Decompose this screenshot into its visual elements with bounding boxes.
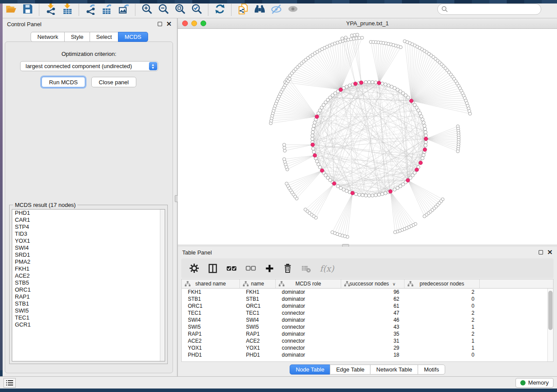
- criterion-select[interactable]: largest connected component (undirected)…: [20, 61, 158, 71]
- tab-select[interactable]: Select: [90, 32, 118, 42]
- criterion-value: largest connected component (undirected): [26, 63, 132, 69]
- tab-motifs[interactable]: Motifs: [418, 364, 445, 375]
- mcds-result-list[interactable]: PHD1CAR1STP4TID3YOX1SWI4SRD1PMA2FKH1ACE2…: [12, 209, 165, 361]
- mcds-result-item[interactable]: STB5: [12, 279, 165, 286]
- mcds-result-item[interactable]: PHD1: [12, 210, 165, 217]
- cell-predecessor-nodes: 0: [405, 352, 480, 358]
- mcds-result-item[interactable]: SRD1: [12, 251, 165, 258]
- table-row[interactable]: ORC1ORC1dominator610: [182, 303, 553, 309]
- network-graph[interactable]: [178, 29, 557, 244]
- column-header-MCDS-role[interactable]: MCDS role: [276, 279, 341, 288]
- close-panel-icon[interactable]: ✕: [166, 22, 172, 26]
- mcds-result-item[interactable]: RAP1: [12, 293, 165, 300]
- cell-successor-nodes: 46: [341, 317, 405, 323]
- search-input[interactable]: [437, 3, 541, 15]
- cell-MCDS-role: connector: [276, 338, 341, 344]
- import-network-icon: [45, 3, 57, 15]
- float-table-panel-icon[interactable]: [539, 250, 543, 254]
- network-canvas[interactable]: [178, 29, 557, 244]
- table-tabs: Node TableEdge TableNetwork TableMotifs: [178, 364, 557, 375]
- table-panel: Table Panel ✕: [178, 247, 557, 376]
- mcds-result-item[interactable]: TID3: [12, 230, 165, 237]
- task-history-button[interactable]: [3, 378, 16, 388]
- memory-button[interactable]: Memory: [515, 378, 554, 388]
- mcds-result-item[interactable]: GCR1: [12, 321, 165, 328]
- mcds-result-item[interactable]: ACE2: [12, 272, 165, 279]
- table-row[interactable]: TEC1TEC1connector472: [182, 309, 553, 316]
- float-panel-icon[interactable]: [158, 22, 162, 26]
- mcds-result-item[interactable]: TEC1: [12, 314, 165, 321]
- tab-node-table[interactable]: Node Table: [290, 364, 331, 375]
- column-header-predecessor-nodes[interactable]: predecessor nodes: [405, 279, 480, 288]
- columns-icon: [208, 264, 218, 273]
- deselect-all-button[interactable]: [246, 264, 256, 273]
- delete-column-button[interactable]: [283, 263, 292, 273]
- add-column-button[interactable]: [265, 264, 274, 273]
- tab-style[interactable]: Style: [64, 32, 90, 42]
- mcds-result-fieldset: MCDS result (17 nodes) PHD1CAR1STP4TID3Y…: [9, 205, 168, 364]
- table-settings-button[interactable]: [189, 263, 199, 273]
- import-table-icon: [62, 3, 73, 15]
- mcds-result-item[interactable]: CAR1: [12, 217, 165, 224]
- table-row[interactable]: SWI5SWI5connector431: [182, 323, 553, 330]
- mcds-result-item[interactable]: STP4: [12, 224, 165, 230]
- tab-network-table[interactable]: Network Table: [370, 364, 418, 375]
- table-scrollbar-thumb[interactable]: [548, 291, 553, 330]
- cell-name: STB1: [240, 296, 276, 302]
- status-bar: Memory: [0, 376, 557, 389]
- network-titlebar[interactable]: YPA_prune.txt_1: [178, 18, 557, 29]
- tab-network[interactable]: Network: [31, 32, 65, 42]
- mcds-result-item[interactable]: SWI4: [12, 244, 165, 251]
- tab-edge-table[interactable]: Edge Table: [330, 364, 370, 375]
- cell-shared-name: YOX1: [182, 345, 240, 351]
- cell-MCDS-role: dominator: [276, 317, 341, 323]
- result-list-scrollbar[interactable]: [160, 210, 165, 361]
- close-table-panel-icon[interactable]: ✕: [547, 250, 553, 254]
- cell-shared-name: PHD1: [182, 352, 240, 358]
- cell-shared-name: RAP1: [182, 331, 240, 337]
- cell-shared-name: ACE2: [182, 338, 240, 344]
- delete-table-button-disabled: [301, 264, 311, 273]
- save-icon: [22, 3, 34, 15]
- node-table[interactable]: shared namenameMCDS rolesuccessor nodes∨…: [181, 279, 554, 362]
- show-columns-button[interactable]: [208, 264, 218, 273]
- sort-chevron-icon: ∨: [392, 282, 395, 286]
- export-network-icon: [85, 3, 97, 15]
- close-panel-button[interactable]: Close panel: [91, 77, 136, 87]
- cell-successor-nodes: 47: [341, 310, 405, 316]
- cell-name: TEC1: [240, 310, 276, 316]
- network-window-title: YPA_prune.txt_1: [178, 20, 557, 27]
- cell-shared-name: SWI4: [182, 317, 240, 323]
- table-row[interactable]: FKH1FKH1dominator962: [182, 289, 553, 296]
- cell-shared-name: ORC1: [182, 303, 240, 309]
- table-row[interactable]: SWI4SWI4dominator462: [182, 316, 553, 323]
- select-all-button[interactable]: [226, 264, 237, 273]
- run-mcds-button[interactable]: Run MCDS: [42, 77, 85, 87]
- table-row[interactable]: ACE2ACE2connector311: [182, 337, 553, 344]
- mcds-result-items: PHD1CAR1STP4TID3YOX1SWI4SRD1PMA2FKH1ACE2…: [12, 210, 165, 328]
- table-row[interactable]: YOX1YOX1connector291: [182, 344, 553, 351]
- mcds-result-item[interactable]: ORC1: [12, 286, 165, 293]
- cell-name: ACE2: [240, 338, 276, 344]
- table-row[interactable]: RAP1RAP1dominator352: [182, 330, 553, 337]
- mcds-result-item[interactable]: STB1: [12, 300, 165, 307]
- table-row[interactable]: STB1STB1dominator620: [182, 296, 553, 303]
- column-header-name[interactable]: name: [240, 279, 276, 288]
- mcds-result-item[interactable]: FKH1: [12, 265, 165, 272]
- cell-successor-nodes: 61: [341, 303, 405, 309]
- table-scrollbar[interactable]: [547, 289, 553, 361]
- zoom-fit-icon: [174, 3, 186, 15]
- column-header-successor-nodes[interactable]: successor nodes∨: [341, 279, 405, 288]
- mcds-result-item[interactable]: YOX1: [12, 237, 165, 244]
- cell-name: RAP1: [240, 331, 276, 337]
- mcds-result-item[interactable]: PMA2: [12, 258, 165, 265]
- column-header-shared-name[interactable]: shared name: [182, 279, 240, 288]
- cell-successor-nodes: 29: [341, 345, 405, 351]
- table-row[interactable]: PHD1PHD1dominator180: [182, 351, 553, 358]
- mcds-result-item[interactable]: SWI5: [12, 307, 165, 314]
- toolbar-separator: [79, 3, 79, 16]
- select-stepper-icon: ▲▼: [149, 62, 157, 70]
- checked-boxes-icon: [226, 264, 237, 273]
- cell-successor-nodes: 62: [341, 296, 405, 302]
- tab-mcds[interactable]: MCDS: [118, 32, 148, 42]
